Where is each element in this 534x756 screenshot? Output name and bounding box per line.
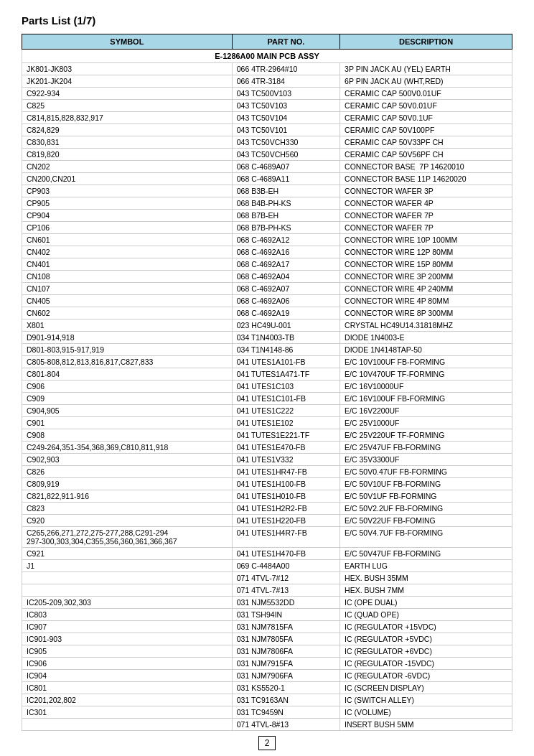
table-row: IC201,202,802031 TC9163ANIC (SWITCH ALLE… bbox=[22, 694, 512, 706]
table-row: C814,815,828,832,917043 TC50V104CERAMIC … bbox=[22, 112, 512, 124]
symbol-cell: X801 bbox=[22, 319, 233, 332]
partno-cell: 034 T1N4148-86 bbox=[232, 344, 339, 356]
table-row: C906041 UTES1C103E/C 16V10000UF bbox=[22, 381, 512, 393]
partno-cell: 068 B7B-PH-KS bbox=[232, 222, 339, 234]
table-row: IC301031 TC9459NIC (VOLUME) bbox=[22, 706, 512, 719]
symbol-cell: C801-804 bbox=[22, 368, 233, 381]
symbol-cell: C249-264,351-354,368,369,C810,811,918 bbox=[22, 442, 233, 454]
table-row: CN108068 C-4692A04CONNECTOR WIRE 3P 200M… bbox=[22, 271, 512, 283]
symbol-cell: C902,903 bbox=[22, 454, 233, 466]
symbol-cell: CP106 bbox=[22, 222, 233, 234]
table-row: CN202068 C-4689A07CONNECTOR BASE 7P 1462… bbox=[22, 161, 512, 173]
symbol-cell: CN601 bbox=[22, 234, 233, 246]
partno-cell: 034 T1N4003-TB bbox=[232, 332, 339, 344]
table-row: CN401068 C-4692A17CONNECTOR WIRE 15P 80M… bbox=[22, 258, 512, 271]
description-cell: E/C 10V470UF TF-FORMING bbox=[340, 368, 512, 381]
table-row: CP904068 B7B-EHCONNECTOR WAFER 7P bbox=[22, 210, 512, 222]
description-cell: CERAMIC CAP 50V56PF CH bbox=[340, 149, 512, 161]
symbol-cell bbox=[22, 719, 233, 731]
description-cell: E/C 35V3300UF bbox=[340, 454, 512, 466]
table-row: C826041 UTES1HR47-FBE/C 50V0.47UF FB-FOR… bbox=[22, 466, 512, 478]
partno-cell: 071 4TVL-7#13 bbox=[232, 584, 339, 597]
description-cell: CERAMIC CAP 50V0.1UF bbox=[340, 112, 512, 124]
table-row: 071 4TVL-7#12HEX. BUSH 35MM bbox=[22, 572, 512, 584]
symbol-cell: C821,822,911-916 bbox=[22, 490, 233, 503]
partno-cell: 066 4TR-2964#10 bbox=[232, 63, 339, 75]
partno-cell: 068 C-4689A07 bbox=[232, 161, 339, 173]
partno-cell: 031 TSH94IN bbox=[232, 609, 339, 621]
symbol-cell: IC803 bbox=[22, 609, 233, 621]
description-cell: E/C 50V47UF FB-FORMING bbox=[340, 548, 512, 560]
table-row: JK201-JK204066 4TR-31846P PIN JACK AU (W… bbox=[22, 75, 512, 88]
symbol-cell bbox=[22, 584, 233, 597]
description-cell: E/C 25V1000UF bbox=[340, 417, 512, 429]
partno-cell: 041 UTES1HR47-FB bbox=[232, 466, 339, 478]
symbol-cell: C825 bbox=[22, 100, 233, 112]
description-cell: IC (SWITCH ALLEY) bbox=[340, 694, 512, 706]
symbol-cell: IC205-209,302,303 bbox=[22, 597, 233, 609]
symbol-cell: CN405 bbox=[22, 295, 233, 307]
description-cell: IC (QUAD OPE) bbox=[340, 609, 512, 621]
description-cell: E/C 50V4.7UF FB-FORMING bbox=[340, 527, 512, 548]
partno-cell: 041 UTES1H010-FB bbox=[232, 490, 339, 503]
description-cell: CONNECTOR WIRE 12P 80MM bbox=[340, 246, 512, 258]
partno-cell: 041 UTES1V332 bbox=[232, 454, 339, 466]
symbol-cell: IC801 bbox=[22, 682, 233, 694]
description-cell: E/C 25V220UF TF-FORMING bbox=[340, 429, 512, 442]
partno-cell: 041 UTES1E102 bbox=[232, 417, 339, 429]
description-cell: CERAMIC CAP 50V0.01UF bbox=[340, 100, 512, 112]
table-row: C265,266,271,272,275-277,288,C291-294 29… bbox=[22, 527, 512, 548]
table-row: C901041 UTES1E102E/C 25V1000UF bbox=[22, 417, 512, 429]
table-row: CN601068 C-4692A12CONNECTOR WIRE 10P 100… bbox=[22, 234, 512, 246]
partno-cell: 071 4TVL-7#12 bbox=[232, 572, 339, 584]
symbol-cell: C823 bbox=[22, 503, 233, 515]
symbol-cell: C826 bbox=[22, 466, 233, 478]
table-row: IC905031 NJM7806FAIC (REGULATOR +6VDC) bbox=[22, 645, 512, 658]
partno-cell: 041 UTES1C222 bbox=[232, 405, 339, 417]
partno-cell: 041 UTES1C101-FB bbox=[232, 393, 339, 405]
description-cell: HEX. BUSH 7MM bbox=[340, 584, 512, 597]
table-row: X801023 HC49U-001CRYSTAL HC49U14.31818MH… bbox=[22, 319, 512, 332]
symbol-cell: IC906 bbox=[22, 658, 233, 670]
description-cell: IC (REGULATOR +6VDC) bbox=[340, 645, 512, 658]
table-row: C823041 UTES1H2R2-FBE/C 50V2.2UF FB-FORM… bbox=[22, 503, 512, 515]
partno-cell: 069 C-4484A00 bbox=[232, 560, 339, 572]
partno-cell: 031 TC9163AN bbox=[232, 694, 339, 706]
partno-cell: 031 NJM7915FA bbox=[232, 658, 339, 670]
description-cell: CONNECTOR WIRE 15P 80MM bbox=[340, 258, 512, 271]
description-cell: HEX. BUSH 35MM bbox=[340, 572, 512, 584]
symbol-cell: CN202 bbox=[22, 161, 233, 173]
partno-cell: 031 NJM7805FA bbox=[232, 633, 339, 645]
table-row: CN402068 C-4692A16CONNECTOR WIRE 12P 80M… bbox=[22, 246, 512, 258]
table-row: C922-934043 TC500V103CERAMIC CAP 500V0.0… bbox=[22, 88, 512, 100]
partno-cell: 041 UTES1H4R7-FB bbox=[232, 527, 339, 548]
partno-cell: 068 C-4692A12 bbox=[232, 234, 339, 246]
table-row: CN602068 C-4692A19CONNECTOR WIRE 8P 300M… bbox=[22, 307, 512, 319]
symbol-cell bbox=[22, 572, 233, 584]
table-row: CN200,CN201068 C-4689A11CONNECTOR BASE 1… bbox=[22, 173, 512, 185]
description-cell: IC (REGULATOR +5VDC) bbox=[340, 633, 512, 645]
col-description: DESCRIPTION bbox=[340, 34, 512, 50]
description-cell: E/C 25V47UF FB-FORMING bbox=[340, 442, 512, 454]
description-cell: INSERT BUSH 5MM bbox=[340, 719, 512, 731]
description-cell: CRYSTAL HC49U14.31818MHZ bbox=[340, 319, 512, 332]
partno-cell: 041 TUTES1A471-TF bbox=[232, 368, 339, 381]
symbol-cell: CP905 bbox=[22, 197, 233, 210]
partno-cell: 043 TC50VCH560 bbox=[232, 149, 339, 161]
table-row: CP905068 B4B-PH-KSCONNECTOR WAFER 4P bbox=[22, 197, 512, 210]
description-cell: CONNECTOR WIRE 4P 240MM bbox=[340, 283, 512, 295]
description-cell: E/C 10V100UF FB-FORMING bbox=[340, 356, 512, 368]
table-row: CN107068 C-4692A07CONNECTOR WIRE 4P 240M… bbox=[22, 283, 512, 295]
description-cell: E/C 16V2200UF bbox=[340, 405, 512, 417]
table-row: IC803031 TSH94INIC (QUAD OPE) bbox=[22, 609, 512, 621]
partno-cell: 041 UTES1H100-FB bbox=[232, 478, 339, 490]
table-row: C920041 UTES1H220-FBE/C 50V22UF FB-FOMIN… bbox=[22, 515, 512, 527]
symbol-cell: C909 bbox=[22, 393, 233, 405]
partno-cell: 031 TC9459N bbox=[232, 706, 339, 719]
symbol-cell: IC904 bbox=[22, 670, 233, 682]
partno-cell: 068 B4B-PH-KS bbox=[232, 197, 339, 210]
table-row: C824,829043 TC50V101CERAMIC CAP 50V100PF bbox=[22, 124, 512, 136]
symbol-cell: JK201-JK204 bbox=[22, 75, 233, 88]
symbol-cell: C906 bbox=[22, 381, 233, 393]
description-cell: E/C 50V0.47UF FB-FORMING bbox=[340, 466, 512, 478]
